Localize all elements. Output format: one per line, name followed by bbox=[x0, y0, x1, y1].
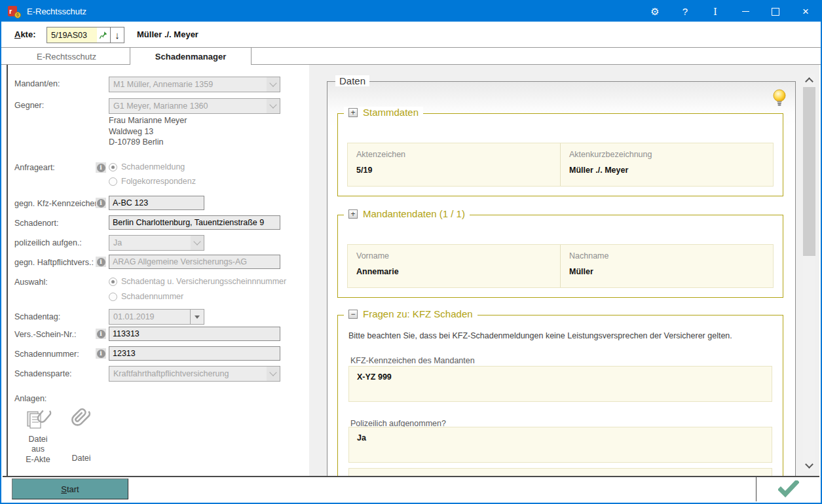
expand-plus-icon[interactable]: + bbox=[348, 209, 358, 219]
case-name: Müller ./. Meyer bbox=[137, 29, 198, 39]
field-nachname: Nachname Müller bbox=[561, 245, 773, 287]
checkmark-icon bbox=[778, 480, 799, 497]
section-stammdaten: + Stammdaten Aktenzeichen 5/19 Aktenkurz… bbox=[337, 113, 783, 196]
tab-strip: E-Rechtsschutz Schadenmanager bbox=[1, 47, 821, 65]
minimize-icon bbox=[742, 11, 749, 12]
radio-button-icon bbox=[109, 293, 117, 301]
app-icon: r6 bbox=[8, 6, 21, 18]
field-aktenkurzbezeichnung: Aktenkurzbezeichnung Müller ./. Meyer bbox=[561, 143, 773, 186]
section-title: Stammdaten bbox=[363, 107, 419, 118]
schadensparte-combobox[interactable]: Kraftfahrthaftpflichtversicherung bbox=[109, 366, 280, 382]
section-fragen-kfz-schaden: − Fragen zu: KFZ Schaden Bitte beachten … bbox=[337, 315, 783, 478]
radio-folgekorrespondenz[interactable]: Folgekorrespondenz bbox=[109, 177, 196, 186]
pin-icon bbox=[99, 31, 108, 40]
daten-groupbox: Daten + Stammdaten bbox=[327, 81, 796, 478]
anfrageart-label: Anfrageart: bbox=[14, 163, 55, 172]
info-icon[interactable]: i bbox=[96, 329, 106, 339]
documents-paperclip-icon bbox=[24, 408, 52, 431]
auswahl-label: Auswahl: bbox=[14, 278, 48, 287]
scroll-up-button[interactable] bbox=[803, 74, 815, 86]
radio-schadentag-versschein[interactable]: Schadentag u. Versicherungsscheinnnummer bbox=[109, 277, 286, 286]
mandant-label: Mandant/en: bbox=[14, 79, 60, 88]
schadensparte-label: Schadensparte: bbox=[14, 369, 72, 378]
info-icon[interactable]: i bbox=[96, 198, 106, 208]
schadennummer-input[interactable] bbox=[109, 346, 280, 361]
info-icon[interactable]: i bbox=[96, 257, 106, 267]
chevron-up-icon bbox=[805, 77, 813, 86]
e-rechtsschutz-window: r6 E-Rechtsschutz ⚙ ? I × Akte: ↓ Müller… bbox=[0, 0, 822, 504]
question-label: KFZ-Kennzeichen des Mandanten bbox=[350, 356, 475, 365]
chevron-down-icon bbox=[191, 236, 204, 250]
schadentag-label: Schadentag: bbox=[14, 312, 60, 321]
attach-file-button[interactable]: Datei bbox=[55, 406, 107, 463]
chevron-down-icon bbox=[805, 460, 813, 469]
vertical-scrollbar[interactable] bbox=[803, 74, 815, 471]
kfz-hint-text: Bitte beachten Sie, dass bei KFZ-Schaden… bbox=[348, 331, 772, 340]
help-icon[interactable]: ? bbox=[670, 1, 700, 22]
versschein-label: Vers.-Schein-Nr.: bbox=[14, 330, 76, 339]
daten-panel: Daten + Stammdaten bbox=[309, 65, 819, 478]
schadennummer-label: Schadennummer: bbox=[14, 350, 79, 359]
lightbulb-icon[interactable] bbox=[772, 88, 787, 107]
titlebar: r6 E-Rechtsschutz ⚙ ? I × bbox=[1, 1, 821, 22]
scroll-down-button[interactable] bbox=[803, 459, 815, 471]
dropdown-triangle-icon bbox=[190, 310, 204, 324]
paperclip-icon bbox=[68, 406, 94, 432]
radio-schadennummer[interactable]: Schadennummer bbox=[109, 292, 183, 301]
window-title: E-Rechtsschutz bbox=[27, 7, 86, 16]
maximize-icon bbox=[772, 8, 779, 16]
collapse-minus-icon[interactable]: − bbox=[348, 310, 358, 319]
scrollbar-thumb[interactable] bbox=[803, 87, 815, 256]
confirm-button[interactable] bbox=[774, 479, 803, 499]
tab-schadenmanager[interactable]: Schadenmanager bbox=[130, 47, 252, 65]
section-title: Fragen zu: KFZ Schaden bbox=[363, 308, 473, 319]
chevron-down-icon bbox=[267, 367, 280, 381]
haftpflicht-input[interactable] bbox=[109, 255, 280, 269]
radio-button-icon bbox=[109, 278, 117, 286]
schadenort-input[interactable] bbox=[109, 215, 280, 230]
akte-label: Akte: bbox=[14, 29, 36, 39]
versschein-input[interactable] bbox=[109, 327, 280, 341]
polizeilich-label: polizeilich aufgen.: bbox=[14, 238, 82, 247]
gegner-label: Gegner: bbox=[14, 101, 44, 110]
footer-bar: Start bbox=[3, 476, 819, 501]
gegner-combobox[interactable]: G1 Meyer, Marianne 1360 bbox=[109, 98, 280, 114]
start-button[interactable]: Start bbox=[12, 478, 128, 499]
field-aktenzeichen: Aktenzeichen 5/19 bbox=[348, 143, 561, 186]
haftpflicht-label: gegn. Haftpflichtvers.: bbox=[14, 258, 94, 267]
radio-button-icon bbox=[109, 163, 117, 171]
minimize-button[interactable] bbox=[730, 1, 760, 22]
maximize-button[interactable] bbox=[760, 1, 791, 22]
close-button[interactable]: × bbox=[791, 1, 821, 22]
section-title: Mandantendaten (1 / 1) bbox=[363, 208, 465, 219]
tab-e-rechtsschutz[interactable]: E-Rechtsschutz bbox=[3, 48, 130, 65]
daten-groupbox-title: Daten bbox=[335, 75, 369, 86]
kfz-kennzeichen-input[interactable] bbox=[109, 196, 204, 210]
pin-button[interactable] bbox=[97, 27, 111, 43]
answer-box-polizeilich: Ja bbox=[348, 427, 772, 463]
expand-plus-icon[interactable]: + bbox=[348, 108, 358, 117]
section-mandantendaten: + Mandantendaten (1 / 1) Vorname Annemar… bbox=[337, 215, 783, 298]
chevron-down-icon bbox=[267, 77, 280, 92]
mandant-combobox[interactable]: M1 Müller, Annemarie 1359 bbox=[109, 77, 280, 92]
mandantendaten-fields: Vorname Annemarie Nachname Müller bbox=[347, 244, 774, 288]
field-vorname: Vorname Annemarie bbox=[348, 245, 561, 287]
polizeilich-combobox[interactable]: Ja bbox=[109, 235, 204, 251]
down-arrow-icon: ↓ bbox=[115, 29, 120, 41]
stammdaten-fields: Aktenzeichen 5/19 Aktenkurzbezeichnung M… bbox=[347, 143, 774, 187]
info-icon[interactable]: i bbox=[96, 348, 106, 359]
settings-gear-icon[interactable]: ⚙ bbox=[640, 1, 670, 22]
schadentag-datepicker[interactable]: 01.01.2019 bbox=[109, 309, 204, 325]
text-cursor-icon[interactable]: I bbox=[700, 1, 730, 22]
akte-number-input[interactable] bbox=[47, 27, 98, 43]
anlagen-label: Anlagen: bbox=[14, 394, 47, 403]
info-icon[interactable]: i bbox=[96, 162, 106, 173]
gegner-address: Frau Marianne Meyer Waldweg 13 D-10789 B… bbox=[109, 115, 187, 148]
radio-schadenmeldung[interactable]: Schadenmeldung bbox=[109, 162, 185, 171]
akte-open-button[interactable]: ↓ bbox=[110, 27, 124, 43]
akte-bar: Akte: ↓ Müller ./. Meyer bbox=[3, 22, 819, 47]
answer-box-kfz-kennzeichen: X-YZ 999 bbox=[348, 366, 772, 402]
radio-button-icon bbox=[109, 177, 117, 186]
schadenort-label: Schadenort: bbox=[14, 219, 58, 228]
schadenmanager-form: Mandant/en: M1 Müller, Annemarie 1359 Ge… bbox=[7, 65, 309, 478]
